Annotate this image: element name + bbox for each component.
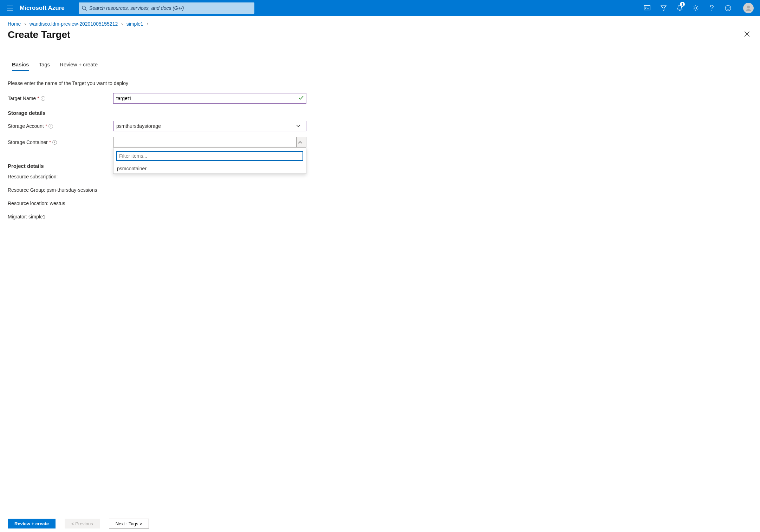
breadcrumb-item[interactable]: wandisco.ldm-preview-20201005155212 bbox=[30, 21, 118, 27]
resource-subscription-line: Resource subscription: bbox=[8, 174, 308, 179]
chevron-up-icon bbox=[298, 141, 302, 144]
svg-point-6 bbox=[725, 5, 731, 11]
svg-point-0 bbox=[82, 6, 85, 9]
storage-container-label: Storage Container bbox=[8, 139, 48, 145]
storage-account-label: Storage Account bbox=[8, 123, 44, 129]
breadcrumb-item[interactable]: simple1 bbox=[126, 21, 143, 27]
settings-gear-icon[interactable] bbox=[688, 0, 704, 16]
breadcrumb-sep: › bbox=[121, 21, 123, 27]
target-name-input[interactable] bbox=[113, 93, 306, 104]
breadcrumb-item[interactable]: Home bbox=[8, 21, 21, 27]
feedback-smiley-icon[interactable] bbox=[720, 0, 736, 16]
cloud-shell-icon[interactable] bbox=[639, 0, 655, 16]
required-asterisk: * bbox=[37, 96, 39, 101]
migrator-line: Migrator: simple1 bbox=[8, 214, 308, 219]
svg-point-7 bbox=[727, 7, 727, 8]
tab-basics[interactable]: Basics bbox=[12, 61, 29, 71]
search-icon bbox=[82, 6, 87, 11]
brand-label[interactable]: Microsoft Azure bbox=[20, 5, 65, 12]
help-icon[interactable] bbox=[704, 0, 720, 16]
breadcrumb-sep: › bbox=[147, 21, 149, 27]
required-asterisk: * bbox=[45, 123, 47, 129]
resource-location-line: Resource location: westus bbox=[8, 201, 308, 206]
global-header: Microsoft Azure 1 bbox=[0, 0, 760, 16]
storage-account-value: psmthursdaystorage bbox=[116, 123, 161, 129]
instruction-text: Please enter the name of the Target you … bbox=[8, 80, 308, 86]
close-icon[interactable] bbox=[742, 29, 752, 40]
storage-section-header: Storage details bbox=[8, 110, 308, 116]
breadcrumb-sep: › bbox=[24, 21, 26, 27]
tab-bar: Basics Tags Review + create bbox=[0, 61, 760, 71]
dropdown-filter-input[interactable] bbox=[116, 151, 303, 161]
info-icon[interactable]: i bbox=[41, 96, 45, 101]
tab-tags[interactable]: Tags bbox=[39, 61, 50, 71]
svg-point-4 bbox=[695, 7, 697, 9]
svg-rect-2 bbox=[644, 6, 650, 10]
menu-toggle-icon[interactable] bbox=[3, 6, 17, 11]
directory-filter-icon[interactable] bbox=[655, 0, 671, 16]
svg-line-1 bbox=[85, 9, 86, 10]
storage-account-select[interactable]: psmthursdaystorage bbox=[113, 121, 306, 131]
dropdown-option[interactable]: psmcontainer bbox=[113, 164, 306, 173]
resource-group-line: Resource Group: psm-thursday-sessions bbox=[8, 187, 308, 193]
breadcrumb: Home › wandisco.ldm-preview-202010051552… bbox=[0, 16, 760, 27]
global-search[interactable] bbox=[79, 2, 254, 14]
storage-container-dropdown: psmcontainer bbox=[113, 148, 306, 174]
check-icon bbox=[299, 96, 304, 101]
storage-container-select[interactable] bbox=[113, 137, 306, 147]
notifications-icon[interactable]: 1 bbox=[671, 0, 688, 16]
svg-point-9 bbox=[747, 6, 750, 8]
svg-point-8 bbox=[729, 7, 729, 8]
chevron-down-icon bbox=[296, 125, 300, 127]
svg-point-5 bbox=[712, 10, 712, 11]
global-search-input[interactable] bbox=[89, 5, 252, 11]
info-icon[interactable]: i bbox=[48, 124, 53, 129]
required-asterisk: * bbox=[49, 139, 51, 145]
info-icon[interactable]: i bbox=[52, 140, 57, 145]
target-name-label: Target Name bbox=[8, 96, 36, 101]
tab-review-create[interactable]: Review + create bbox=[60, 61, 98, 71]
account-avatar[interactable] bbox=[743, 3, 754, 13]
notification-badge: 1 bbox=[680, 2, 685, 7]
page-title: Create Target bbox=[8, 29, 70, 40]
